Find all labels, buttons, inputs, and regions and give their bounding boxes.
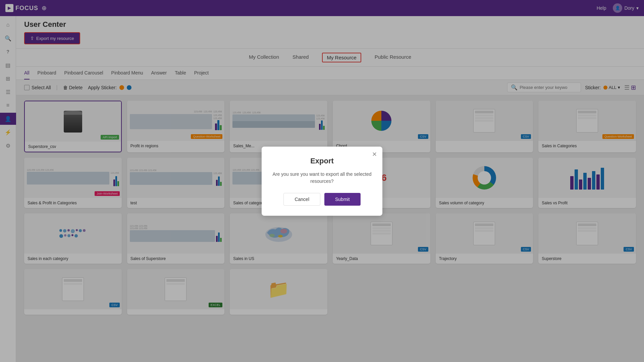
modal-body: Are you sure you want to export all the …: [272, 171, 372, 185]
submit-button[interactable]: Submit: [324, 193, 361, 206]
export-modal: ✕ Export Are you sure you want to export…: [262, 147, 382, 216]
modal-actions: Cancel Submit: [272, 193, 372, 206]
modal-title: Export: [272, 157, 372, 165]
modal-close-button[interactable]: ✕: [372, 151, 377, 158]
cancel-button[interactable]: Cancel: [283, 193, 320, 206]
modal-overlay: ✕ Export Are you sure you want to export…: [0, 0, 644, 362]
